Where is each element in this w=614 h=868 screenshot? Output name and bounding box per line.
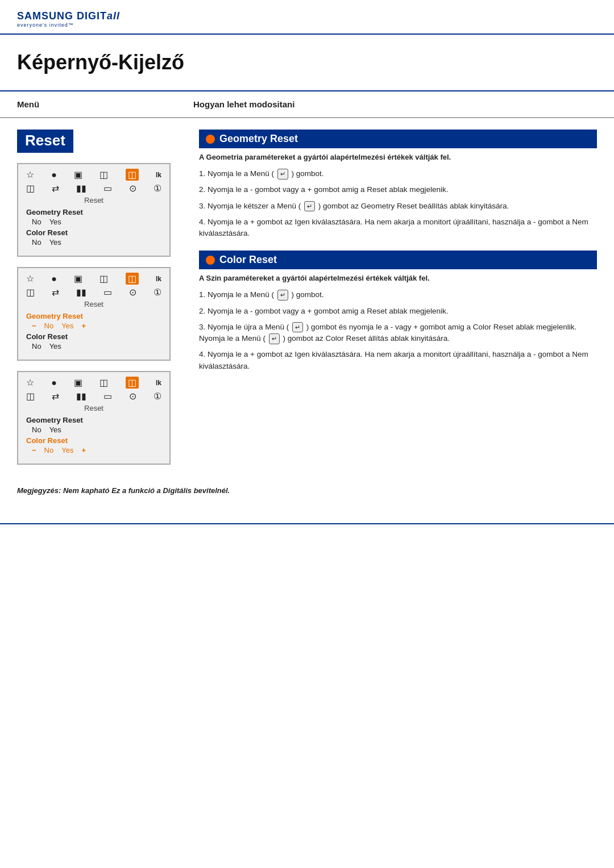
col-yes-2: Yes: [49, 342, 61, 350]
left-column: Reset ☆ ● ▣ ◫ ◫ lk ◫ ⇄ ▮▮ ▭ ⊙ ① Reset Ge…: [17, 118, 193, 475]
osd-icon-f-c: ①: [154, 391, 161, 402]
note: Megjegyzés: Nem kapható Ez a funkció a D…: [0, 486, 614, 506]
magnifier-icon-c: ▣: [74, 377, 82, 388]
right-column: Geometry Reset A Geometria paramétereket…: [193, 118, 597, 475]
color-reset-sub-1: No Yes: [26, 238, 161, 247]
osd-icons-row1: ☆ ● ▣ ◫ ◫ lk: [26, 169, 161, 181]
osd-icon-e: ⊙: [129, 183, 136, 194]
enter-key-icon-1: ↵: [277, 169, 288, 180]
reset-icon-hl: ◫: [126, 169, 139, 181]
geometry-reset-steps: 1. Nyomja le a Menü ( ↵ ) gombot. 2. Nyo…: [199, 168, 597, 239]
brightness-icon: ☆: [26, 169, 34, 180]
reset-icon-hl-b: ◫: [126, 273, 139, 285]
osd-label-1: Reset: [26, 196, 161, 205]
magnifier-icon: ▣: [74, 169, 82, 180]
osd-icon-c: ▮▮: [76, 183, 86, 194]
volume-icon-b: lk: [156, 275, 161, 283]
brightness-icon-c: ☆: [26, 377, 34, 388]
minus-sign-3: −: [32, 446, 36, 454]
main-content: Reset ☆ ● ▣ ◫ ◫ lk ◫ ⇄ ▮▮ ▭ ⊙ ① Reset Ge…: [0, 118, 614, 475]
osd-icon-a-b: ◫: [26, 287, 35, 298]
color-step-3: 3. Nyomja le újra a Menü ( ↵ ) gombot és…: [199, 322, 597, 345]
color-reset-desc: A Szin paramétereket a gyártói alapértel…: [199, 274, 597, 282]
contrast-icon-c: ●: [51, 378, 57, 388]
brand-name: SAMSUNG DIGITall: [17, 10, 120, 22]
volume-icon: lk: [156, 171, 161, 179]
col-yes-1: Yes: [49, 238, 61, 247]
enter-key-icon-5: ↵: [269, 333, 280, 344]
osd-icons-row1-b: ☆ ● ▣ ◫ ◫ lk: [26, 273, 161, 285]
color-reset-title: Color Reset: [219, 254, 277, 266]
color-reset-steps: 1. Nyomja le a Menü ( ↵ ) gombot. 2. Nyo…: [199, 289, 597, 372]
osd-box-2: ☆ ● ▣ ◫ ◫ lk ◫ ⇄ ▮▮ ▭ ⊙ ① Reset Geometry…: [17, 267, 171, 361]
geo-yes-3: Yes: [49, 425, 61, 434]
color-step-4: 4. Nyomja le a + gombot az Igen kiválasz…: [199, 349, 597, 372]
color-reset-label-2: Color Reset: [26, 332, 161, 341]
osd-icon-a-c: ◫: [26, 391, 35, 402]
osd-icon-e-c: ⊙: [129, 391, 136, 402]
geometry-dot-icon: [206, 135, 215, 144]
color-dot-icon: [206, 256, 215, 265]
contrast-icon-b: ●: [51, 274, 57, 284]
osd-icon-b-b: ⇄: [52, 287, 59, 298]
geometry-step-3: 3. Nyomja le kétszer a Menü ( ↵ ) gombot…: [199, 201, 597, 212]
plus-sign-3: +: [81, 446, 86, 454]
reset-heading: Reset: [17, 130, 73, 153]
geo-no-3: No: [32, 425, 42, 434]
column-headers: Menü Hogyan lehet modositani: [0, 91, 614, 118]
brightness-icon-b: ☆: [26, 273, 34, 284]
geo-yes-2: Yes: [61, 322, 73, 330]
minus-sign-2: −: [32, 322, 36, 330]
page-title: Képernyő-Kijelző: [17, 51, 597, 74]
osd-icons-row2: ◫ ⇄ ▮▮ ▭ ⊙ ①: [26, 183, 161, 194]
osd-box-1: ☆ ● ▣ ◫ ◫ lk ◫ ⇄ ▮▮ ▭ ⊙ ① Reset Geometry…: [17, 163, 171, 257]
enter-key-icon-2: ↵: [304, 201, 315, 212]
osd-icon-e-b: ⊙: [129, 287, 136, 298]
enter-key-icon-3: ↵: [277, 290, 288, 301]
contrast-icon: ●: [51, 170, 57, 180]
geometry-reset-sub-1: No Yes: [26, 218, 161, 226]
color-step-1: 1. Nyomja le a Menü ( ↵ ) gombot.: [199, 289, 597, 301]
osd-icon-f: ①: [154, 183, 161, 194]
osd-icon-d-c: ▭: [103, 391, 112, 402]
geometry-reset-label-1: Geometry Reset: [26, 208, 161, 216]
geo-no-2: No: [44, 322, 54, 330]
osd-icon-f-b: ①: [154, 287, 161, 298]
samsung-logo: SAMSUNG DIGITall everyone's invited™: [17, 10, 597, 28]
geometry-reset-desc: A Geometria paramétereket a gyártói alap…: [199, 153, 597, 161]
magnifier-icon-b: ▣: [74, 273, 82, 284]
geometry-step-4: 4. Nyomja le a + gombot az Igen kiválasz…: [199, 216, 597, 240]
color-reset-heading: Color Reset: [199, 251, 597, 269]
col-no-1: No: [32, 238, 42, 247]
color-reset-label-1: Color Reset: [26, 228, 161, 237]
color-reset-sub-2: No Yes: [26, 342, 161, 350]
col-how-header: Hogyan lehet modositani: [193, 99, 597, 109]
geo-no-1: No: [32, 218, 42, 226]
reset-icon-hl-c: ◫: [126, 377, 139, 389]
geometry-step-1: 1. Nyomja le a Menü ( ↵ ) gombot.: [199, 168, 597, 180]
osd-icon-d: ▭: [103, 183, 112, 194]
footer-line: [0, 523, 614, 524]
osd-icon-a: ◫: [26, 183, 35, 194]
header: SAMSUNG DIGITall everyone's invited™: [0, 0, 614, 35]
geometry-reset-label-3: Geometry Reset: [26, 416, 161, 424]
color-step-2: 2. Nyomja le a - gombot vagy a + gombot …: [199, 306, 597, 317]
osd-icon-c-b: ▮▮: [76, 287, 86, 298]
osd-icon-b-c: ⇄: [52, 391, 59, 402]
brand-italic: all: [107, 10, 120, 22]
geometry-step-2: 2. Nyomja le a - gombot vagy a + gombot …: [199, 184, 597, 195]
position-icon-c: ◫: [99, 377, 108, 388]
osd-icon-b: ⇄: [52, 183, 59, 194]
col-menu-header: Menü: [17, 99, 193, 109]
osd-label-2: Reset: [26, 300, 161, 308]
geometry-reset-sub-2: − No Yes +: [26, 322, 161, 330]
page-title-bar: Képernyő-Kijelző: [0, 35, 614, 91]
geo-yes-1: Yes: [49, 218, 61, 226]
plus-sign-2: +: [81, 322, 86, 330]
geometry-reset-label-2: Geometry Reset: [26, 312, 161, 320]
osd-icons-row2-c: ◫ ⇄ ▮▮ ▭ ⊙ ①: [26, 391, 161, 402]
col-no-2: No: [32, 342, 42, 350]
position-icon-b: ◫: [99, 273, 108, 284]
osd-box-3: ☆ ● ▣ ◫ ◫ lk ◫ ⇄ ▮▮ ▭ ⊙ ① Reset Geometry…: [17, 371, 171, 465]
osd-icons-row2-b: ◫ ⇄ ▮▮ ▭ ⊙ ①: [26, 287, 161, 298]
